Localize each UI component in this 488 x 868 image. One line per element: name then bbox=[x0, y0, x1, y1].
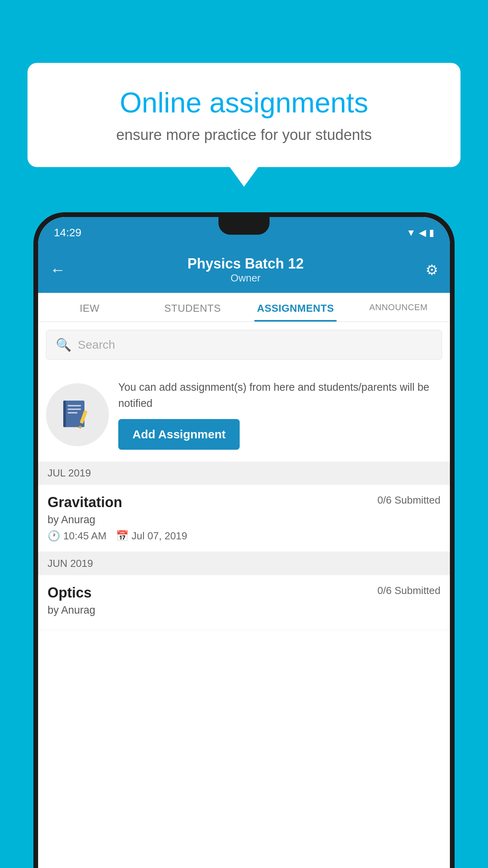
gear-icon[interactable]: ⚙ bbox=[426, 262, 438, 278]
search-placeholder: Search bbox=[78, 338, 115, 351]
assignment-time-gravitation: 10:45 AM bbox=[63, 530, 106, 542]
phone-inner: 14:29 ▼ ◀ ▮ ← Physics Batch 12 Owner ⚙ I… bbox=[38, 217, 450, 868]
status-icons: ▼ ◀ ▮ bbox=[406, 227, 434, 238]
clock-icon: 🕐 bbox=[48, 530, 60, 542]
assignment-name-gravitation: Gravitation bbox=[48, 494, 122, 511]
add-assignment-right: You can add assignment(s) from here and … bbox=[118, 379, 442, 450]
search-bar[interactable]: 🔍 Search bbox=[46, 330, 442, 360]
assignment-meta-gravitation: 🕐 10:45 AM 📅 Jul 07, 2019 bbox=[48, 530, 440, 542]
battery-icon: ▮ bbox=[429, 227, 434, 238]
notebook-svg-icon bbox=[60, 397, 95, 432]
add-assignment-button[interactable]: Add Assignment bbox=[118, 419, 240, 450]
bubble-title: Online assignments bbox=[55, 86, 433, 119]
bubble-subtitle: ensure more practice for your students bbox=[55, 127, 433, 143]
signal-icon: ◀ bbox=[419, 227, 426, 238]
add-assignment-desc: You can add assignment(s) from here and … bbox=[118, 379, 442, 411]
search-icon: 🔍 bbox=[56, 337, 72, 352]
wifi-icon: ▼ bbox=[406, 227, 416, 238]
header-title: Physics Batch 12 bbox=[187, 256, 304, 272]
notebook-icon-circle bbox=[46, 383, 109, 446]
app-header: ← Physics Batch 12 Owner ⚙ bbox=[38, 248, 450, 293]
add-assignment-section: You can add assignment(s) from here and … bbox=[38, 368, 450, 462]
meta-time-gravitation: 🕐 10:45 AM bbox=[48, 530, 106, 542]
tabs-bar: IEW STUDENTS ASSIGNMENTS ANNOUNCEM bbox=[38, 293, 450, 322]
month-separator-jul: JUL 2019 bbox=[38, 462, 450, 485]
assignment-by-gravitation: by Anurag bbox=[48, 514, 440, 526]
tab-assignments[interactable]: ASSIGNMENTS bbox=[244, 293, 347, 322]
assignment-date-gravitation: Jul 07, 2019 bbox=[132, 530, 187, 542]
assignment-item-optics[interactable]: Optics 0/6 Submitted by Anurag bbox=[38, 575, 450, 630]
assignment-submitted-gravitation: 0/6 Submitted bbox=[378, 494, 440, 506]
assignment-by-optics: by Anurag bbox=[48, 604, 440, 616]
tab-announcements[interactable]: ANNOUNCEM bbox=[347, 293, 450, 322]
assignment-header-row-optics: Optics 0/6 Submitted bbox=[48, 585, 440, 601]
svg-rect-4 bbox=[68, 412, 77, 413]
search-container: 🔍 Search bbox=[38, 322, 450, 368]
tab-students[interactable]: STUDENTS bbox=[141, 293, 244, 322]
assignment-header-row: Gravitation 0/6 Submitted bbox=[48, 494, 440, 511]
svg-rect-1 bbox=[63, 401, 66, 427]
svg-rect-2 bbox=[68, 405, 81, 406]
back-button[interactable]: ← bbox=[50, 261, 66, 279]
status-time: 14:29 bbox=[54, 226, 81, 239]
status-bar: 14:29 ▼ ◀ ▮ bbox=[38, 217, 450, 248]
phone-mockup: 14:29 ▼ ◀ ▮ ← Physics Batch 12 Owner ⚙ I… bbox=[33, 212, 455, 868]
speech-bubble: Online assignments ensure more practice … bbox=[28, 63, 460, 167]
assignment-name-optics: Optics bbox=[48, 585, 92, 601]
notch-cutout bbox=[218, 217, 270, 235]
assignment-item-gravitation[interactable]: Gravitation 0/6 Submitted by Anurag 🕐 10… bbox=[38, 485, 450, 552]
svg-rect-3 bbox=[68, 408, 81, 410]
tab-iew[interactable]: IEW bbox=[38, 293, 141, 322]
meta-date-gravitation: 📅 Jul 07, 2019 bbox=[116, 530, 187, 542]
header-subtitle: Owner bbox=[187, 272, 304, 284]
assignment-submitted-optics: 0/6 Submitted bbox=[378, 585, 440, 597]
calendar-icon: 📅 bbox=[116, 530, 128, 542]
speech-bubble-container: Online assignments ensure more practice … bbox=[28, 63, 460, 167]
header-title-area: Physics Batch 12 Owner bbox=[187, 256, 304, 284]
month-separator-jun: JUN 2019 bbox=[38, 552, 450, 575]
